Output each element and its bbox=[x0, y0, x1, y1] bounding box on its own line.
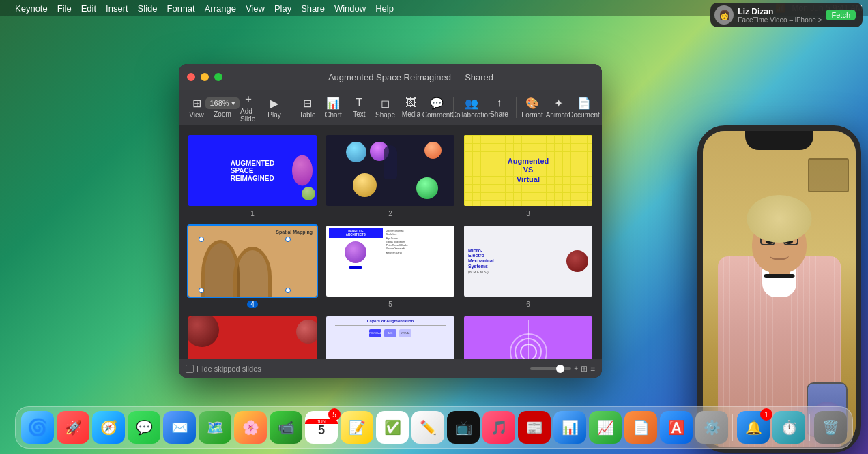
app-menu-keynote[interactable]: Keynote bbox=[15, 3, 48, 14]
toolbar-format[interactable]: 🎨 Format bbox=[520, 94, 545, 121]
dock-icon-finder[interactable]: 🌀 bbox=[21, 411, 54, 444]
slide-item-3[interactable]: AugmentedVSVirtual 3 bbox=[463, 134, 594, 217]
animate-icon: ✦ bbox=[554, 97, 563, 110]
dock-icon-freeform[interactable]: ✏️ bbox=[411, 411, 444, 444]
toolbar-chart[interactable]: 📊 Chart bbox=[321, 94, 345, 121]
slide-number-1: 1 bbox=[250, 210, 255, 217]
zoom-control[interactable]: 168% ▾ bbox=[205, 97, 239, 109]
menu-insert[interactable]: Insert bbox=[106, 3, 128, 14]
menu-format[interactable]: Format bbox=[167, 3, 195, 14]
zoom-out-icon[interactable]: - bbox=[525, 365, 527, 372]
checkbox-container[interactable]: Hide skipped slides bbox=[186, 365, 261, 373]
toolbar-table[interactable]: ⊟ Table bbox=[295, 94, 319, 121]
toolbar-view[interactable]: ⊞ View bbox=[184, 94, 209, 121]
facetime-name: Liz Dizan bbox=[738, 7, 822, 16]
notifications-icon: 🔔 bbox=[745, 419, 762, 436]
dock-icon-notifications[interactable]: 🔔 1 bbox=[737, 411, 770, 444]
dock-icon-messages[interactable]: 💬 bbox=[128, 411, 160, 444]
dock-separator-2 bbox=[809, 414, 810, 441]
traffic-light-close[interactable] bbox=[187, 73, 195, 81]
toolbar-media[interactable]: 🖼 Media bbox=[399, 94, 423, 121]
slide-number-4: 4 bbox=[247, 301, 258, 308]
menu-share[interactable]: Share bbox=[301, 3, 325, 14]
dock-icon-keynote[interactable]: 📊 bbox=[553, 411, 586, 444]
shape-label: Shape bbox=[375, 111, 395, 119]
toolbar-collaboration[interactable]: 👥 Collaboration bbox=[458, 94, 486, 121]
menu-window[interactable]: Window bbox=[334, 3, 366, 14]
slide-item-8[interactable]: Layers of Augmentation PHYSICAL AUG VIRT… bbox=[325, 315, 456, 359]
slide-number-2: 2 bbox=[388, 210, 392, 217]
dock-icon-screentime[interactable]: ⏱️ bbox=[772, 411, 805, 444]
menu-play[interactable]: Play bbox=[274, 3, 291, 14]
media-label: Media bbox=[402, 110, 420, 118]
menu-slide[interactable]: Slide bbox=[138, 3, 158, 14]
animate-label: Animate bbox=[546, 111, 571, 119]
toolbar-add-slide[interactable]: ＋ Add Slide bbox=[236, 89, 261, 125]
slide-item-9[interactable]: 9 bbox=[463, 315, 594, 359]
menu-file[interactable]: File bbox=[57, 3, 72, 14]
slide-item-1[interactable]: AUGMENTEDSPACEREIMAGINED 1 bbox=[187, 134, 318, 217]
add-slide-icon: ＋ bbox=[243, 92, 254, 106]
slide-item-2[interactable]: 2 bbox=[325, 134, 456, 217]
add-slide-label: Add Slide bbox=[240, 108, 257, 123]
menu-edit[interactable]: Edit bbox=[81, 3, 96, 14]
text-icon: T bbox=[356, 97, 363, 109]
slide-item-5[interactable]: PANEL OFARCHITECTS Jocelyn Engman Shola … bbox=[325, 224, 456, 308]
slide-item-4[interactable]: Spatial Mapping 4 bbox=[187, 224, 318, 308]
dock-icon-facetime[interactable]: 📹 bbox=[270, 411, 302, 444]
chart-icon: 📊 bbox=[326, 97, 340, 110]
dock-icon-numbers[interactable]: 📈 bbox=[589, 411, 622, 444]
dock-icon-news[interactable]: 📰 bbox=[518, 411, 551, 444]
grid-view-icon[interactable]: ⊞ bbox=[581, 364, 588, 374]
zoom-label: Zoom bbox=[214, 110, 231, 118]
traffic-light-maximize[interactable] bbox=[214, 73, 222, 81]
toolbar-zoom[interactable]: 168% ▾ Zoom bbox=[210, 95, 235, 121]
dock-icon-launchpad[interactable]: 🚀 bbox=[57, 411, 89, 444]
dock-icon-music[interactable]: 🎵 bbox=[482, 411, 515, 444]
collaboration-label: Collaboration bbox=[452, 111, 492, 119]
share-icon: ↑ bbox=[497, 97, 502, 109]
keynote-window: Augmented Space Reimagined — Shared ⊞ Vi… bbox=[179, 64, 602, 378]
toolbar-text[interactable]: T Text bbox=[347, 94, 371, 121]
toolbar-shape[interactable]: ◻ Shape bbox=[373, 94, 397, 121]
slide-1-content: AUGMENTEDSPACEREIMAGINED bbox=[231, 160, 274, 182]
menu-arrange[interactable]: Arrange bbox=[205, 3, 236, 14]
dock-icon-pages[interactable]: 📄 bbox=[624, 411, 657, 444]
launchpad-icon: 🚀 bbox=[65, 419, 82, 436]
slide-item-7[interactable]: AUGO 7 bbox=[187, 315, 318, 359]
dock-icon-settings[interactable]: ⚙️ bbox=[695, 411, 728, 444]
slide-item-6[interactable]: Micro-Electro-MechanicalSystems (or M.E.… bbox=[463, 224, 594, 308]
list-view-icon[interactable]: ≡ bbox=[590, 364, 595, 374]
zoom-slider[interactable] bbox=[530, 367, 571, 370]
toolbar-animate[interactable]: ✦ Animate bbox=[546, 94, 570, 121]
menu-view[interactable]: View bbox=[246, 3, 265, 14]
traffic-light-minimize[interactable] bbox=[201, 73, 209, 81]
keynote-icon: 📊 bbox=[562, 419, 579, 436]
zoom-in-icon[interactable]: + bbox=[574, 365, 578, 372]
chart-label: Chart bbox=[325, 111, 341, 119]
dock-icon-trash[interactable]: 🗑️ bbox=[814, 411, 847, 444]
dock-icon-calendar[interactable]: JUN 5 5 bbox=[305, 411, 338, 444]
zoom-chevron-icon: ▾ bbox=[231, 99, 235, 108]
toolbar-play[interactable]: ▶ Play bbox=[262, 94, 287, 121]
menu-help[interactable]: Help bbox=[375, 3, 394, 14]
dock-icon-notes[interactable]: 📝 bbox=[341, 411, 373, 444]
dock-icon-maps[interactable]: 🗺️ bbox=[199, 411, 231, 444]
appstore-icon: 🅰️ bbox=[668, 419, 685, 436]
toolbar-share[interactable]: ↑ Share bbox=[487, 94, 512, 121]
dock-icon-photos[interactable]: 🌸 bbox=[234, 411, 267, 444]
menu-bar-left: Keynote File Edit Insert Slide Format Ar… bbox=[5, 3, 775, 14]
news-icon: 📰 bbox=[526, 419, 543, 436]
media-icon: 🖼 bbox=[405, 97, 416, 109]
hide-skipped-checkbox[interactable] bbox=[186, 365, 194, 373]
dock-icon-mail[interactable]: ✉️ bbox=[163, 411, 196, 444]
dock-icon-safari[interactable]: 🧭 bbox=[92, 411, 125, 444]
dock-icon-appstore[interactable]: 🅰️ bbox=[660, 411, 693, 444]
dock-icon-reminders[interactable]: ✅ bbox=[376, 411, 409, 444]
dock-container: 🌀 🚀 🧭 💬 ✉️ 🗺️ 🌸 📹 bbox=[15, 406, 853, 449]
finder-icon: 🌀 bbox=[27, 418, 48, 437]
slide-thumb-6: Micro-Electro-MechanicalSystems (or M.E.… bbox=[463, 224, 594, 298]
toolbar-comment[interactable]: 💬 Comment bbox=[424, 94, 449, 121]
toolbar-document[interactable]: 📄 Document bbox=[572, 94, 596, 121]
dock-icon-appletv[interactable]: 📺 bbox=[447, 411, 480, 444]
